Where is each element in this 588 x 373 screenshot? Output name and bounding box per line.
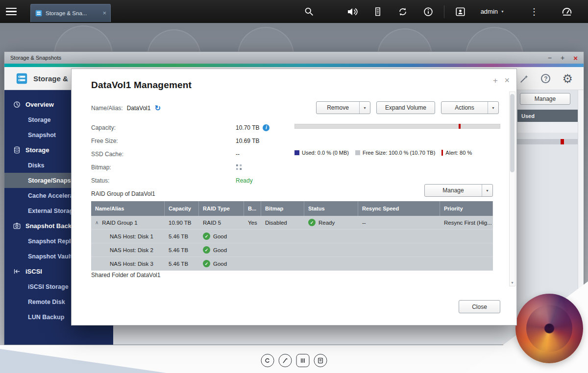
actions-button[interactable]: Actions ▼ <box>441 101 499 114</box>
dialog-title: DataVol1 Management <box>91 80 192 91</box>
alert-swatch <box>441 150 443 156</box>
main-menu-button[interactable] <box>0 0 23 23</box>
dock-swirl-icon[interactable] <box>261 354 274 367</box>
sync-status-button[interactable] <box>390 0 416 23</box>
topbar-divider <box>444 5 444 18</box>
table-header-row: Name/Alias Capacity RAID Type B... Bitma… <box>91 201 493 216</box>
window-titlebar[interactable]: Storage & Snapshots − + × <box>4 52 584 64</box>
chevron-down-icon[interactable]: ▼ <box>482 185 492 196</box>
disk-status-cell: ✓ Good <box>199 243 244 256</box>
capacity-row: Capacity: 10.70 TB i <box>91 121 270 134</box>
table-row-disk-3[interactable]: NAS Host: Disk 3 5.46 TB ✓ Good <box>91 257 493 271</box>
status-good-icon: ✓ <box>308 219 316 226</box>
used-column-header[interactable]: Used <box>517 110 583 122</box>
maximize-icon[interactable]: + <box>561 54 564 61</box>
app-header-icons: ? ⚙ <box>519 67 573 90</box>
dock-pen-icon[interactable] <box>279 354 292 367</box>
notes-icon <box>317 357 324 364</box>
collapse-icon[interactable]: ∧ <box>95 220 98 225</box>
table-row-disk-2[interactable]: NAS Host: Disk 2 5.46 TB ✓ Good <box>91 243 493 257</box>
raid-group-name-cell: ∧ RAID Group 1 <box>91 216 165 229</box>
dock-panels-icon[interactable] <box>296 354 310 367</box>
window-accent-strip <box>4 64 584 67</box>
tab-label: Storage & Sna... <box>46 10 99 16</box>
gauge-icon <box>561 6 573 18</box>
sync-arrows-icon <box>397 6 408 17</box>
free-size-row: Free Size: 10.69 TB <box>91 134 259 147</box>
chevron-down-icon[interactable]: ▼ <box>359 102 370 114</box>
free-swatch <box>355 150 360 155</box>
name-alias-value: DataVol1 <box>127 105 151 112</box>
window-close-icon[interactable]: × <box>573 54 578 62</box>
used-swatch <box>294 150 299 155</box>
volume-button[interactable] <box>339 0 366 23</box>
bitmap-label: Bitmap: <box>91 164 236 171</box>
scrollbar-thumb[interactable] <box>510 94 514 172</box>
raid-group-section-label: RAID Group of DataVol1 <box>91 190 155 197</box>
usage-alert-tick <box>561 139 564 144</box>
volume-usage-bar <box>516 139 579 144</box>
gear-icon[interactable]: ⚙ <box>562 73 573 85</box>
free-size-label: Free Size: <box>91 138 236 144</box>
sidebar-label: iSCSI <box>25 268 42 275</box>
background-tasks-button[interactable] <box>366 0 390 23</box>
chevron-down-icon: ▼ <box>501 10 504 13</box>
sidebar-label: Overview <box>25 101 54 108</box>
panels-icon <box>299 357 307 364</box>
app-tab-storage-snapshots[interactable]: Storage & Sna... × <box>30 4 111 22</box>
table-row-disk-1[interactable]: NAS Host: Disk 1 5.46 TB ✓ Good <box>91 230 493 243</box>
capacity-value: 10.70 TB <box>236 124 259 131</box>
chevron-down-icon[interactable]: ▼ <box>488 102 498 114</box>
status-row: Status: Ready <box>91 174 253 187</box>
admin-menu[interactable]: admin ▼ <box>473 0 512 23</box>
legend-alert: Alert: 80 % <box>441 150 472 156</box>
status-value: Ready <box>236 177 253 184</box>
expand-volume-button[interactable]: Expand Volume <box>376 101 435 114</box>
dialog-close-icon[interactable]: × <box>504 75 510 86</box>
magic-wand-icon[interactable] <box>519 74 529 84</box>
help-icon[interactable]: ? <box>541 74 550 83</box>
dashboard-button[interactable] <box>554 0 580 23</box>
disk-status-cell: ✓ Good <box>199 257 244 270</box>
scroll-down-icon[interactable]: ▼ <box>510 279 515 286</box>
search-button[interactable] <box>296 0 321 23</box>
info-icon <box>423 6 434 17</box>
capacity-label: Capacity: <box>91 124 236 131</box>
ssd-cache-label: SSD Cache: <box>91 151 236 158</box>
notifications-button[interactable] <box>416 0 441 23</box>
storage-stack-icon <box>13 146 21 154</box>
qnap-swirl-logo <box>515 294 583 363</box>
refresh-icon[interactable]: ↻ <box>154 104 161 112</box>
tab-close-icon[interactable]: × <box>102 10 106 16</box>
more-options-button[interactable]: ⋮ <box>522 0 546 23</box>
status-good-icon: ✓ <box>203 246 210 254</box>
remove-button[interactable]: Remove ▼ <box>316 101 370 114</box>
server-tasks-icon <box>373 6 383 17</box>
admin-label: admin <box>481 8 498 15</box>
vertical-dots-icon: ⋮ <box>530 6 539 17</box>
volume-manage-button[interactable]: Manage <box>520 93 570 105</box>
raid-manage-button[interactable]: Manage ▼ <box>424 184 493 197</box>
overview-icon <box>13 100 21 109</box>
datavol1-management-dialog: DataVol1 Management + × Name/Alias: Data… <box>71 69 517 326</box>
dialog-action-buttons: Remove ▼ Expand Volume Actions ▼ <box>316 101 499 114</box>
name-alias-row: Name/Alias: DataVol1 ↻ <box>91 104 161 112</box>
dock-notes-icon[interactable] <box>314 354 327 367</box>
volume-list-row <box>517 122 583 133</box>
name-alias-label: Name/Alias: <box>91 105 123 112</box>
hamburger-icon <box>6 8 17 9</box>
close-button[interactable]: Close <box>459 300 500 313</box>
legend-used: Used: 0.0 % (0 MB) <box>294 150 349 156</box>
dialog-scrollbar[interactable]: ▼ <box>509 92 515 286</box>
user-profile-button[interactable] <box>447 0 473 23</box>
minimize-icon[interactable]: − <box>548 54 552 61</box>
pen-icon <box>282 357 289 364</box>
table-row-raid-group-1[interactable]: ∧ RAID Group 1 10.90 TB RAID 5 Yes Disab… <box>91 216 493 230</box>
status-good-icon: ✓ <box>203 233 210 240</box>
app-title: Storage & <box>33 74 68 83</box>
ssd-cache-value: -- <box>236 151 240 158</box>
dialog-popout-icon[interactable]: + <box>493 76 498 86</box>
iscsi-arrow-icon <box>13 267 21 276</box>
info-icon[interactable]: i <box>263 124 270 131</box>
speaker-icon <box>346 6 358 18</box>
